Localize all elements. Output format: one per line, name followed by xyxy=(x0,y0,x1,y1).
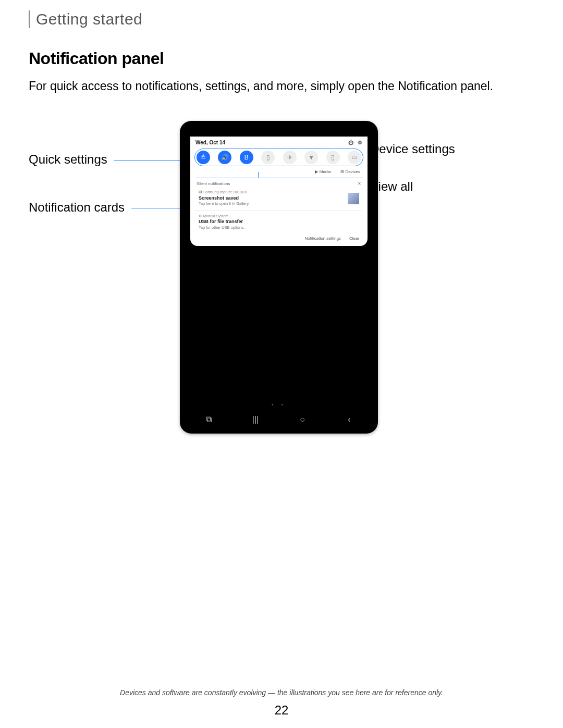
clear-button[interactable]: Clear xyxy=(349,236,359,241)
devices-button[interactable]: ⊞ Devices xyxy=(340,169,360,174)
sound-icon[interactable]: 🔊 xyxy=(218,151,231,164)
battery-icon[interactable]: ▯ xyxy=(326,151,340,164)
notification-card[interactable]: 🖼 Samsung capture 10/13/20 Screenshot sa… xyxy=(195,188,362,209)
panel-date: Wed, Oct 14 xyxy=(195,140,225,145)
callout-notification-cards: Notification cards xyxy=(29,200,125,215)
breadcrumb: Getting started xyxy=(29,10,534,28)
callout-device-settings: Device settings xyxy=(370,142,455,156)
airplane-icon[interactable]: ✈ xyxy=(283,151,297,164)
thumbnail xyxy=(348,193,359,204)
page-number: 22 xyxy=(0,703,563,718)
close-icon[interactable]: ✕ xyxy=(358,181,361,186)
intro-text: For quick access to notifications, setti… xyxy=(29,78,534,95)
panel-footer: Notification settings Clear xyxy=(190,234,368,242)
power-icon[interactable]: ⏻ xyxy=(348,140,353,145)
notification-card[interactable]: ⚙ Android System USB for file transfer T… xyxy=(195,212,362,233)
rotate-icon[interactable]: ▯ xyxy=(261,151,275,164)
bluetooth-icon[interactable]: B xyxy=(240,151,253,164)
android-navbar: ⧉ ||| ○ ‹ xyxy=(185,415,373,424)
screenshot-icon[interactable]: ▭ xyxy=(348,151,361,164)
back-icon[interactable]: ‹ xyxy=(345,415,353,424)
callout-quick-settings: Quick settings xyxy=(29,152,107,167)
screenshot-nav-icon[interactable]: ⧉ xyxy=(204,415,213,424)
recents-icon[interactable]: ||| xyxy=(251,415,260,424)
quick-settings-row: ≙🔊B▯✈▼▯▭ xyxy=(194,149,363,166)
tablet-frame: Wed, Oct 14 ⏻ ⚙ ≙🔊B▯✈▼▯▭ ▶ Media ⊞ Devic… xyxy=(180,121,378,434)
silent-section: Silent notifications ✕ xyxy=(190,180,368,187)
view-all-row: ▶ Media ⊞ Devices xyxy=(190,168,368,175)
figure: Quick settings Notification cards Device… xyxy=(29,121,534,465)
page-indicator: • • xyxy=(185,402,373,408)
notification-settings-link[interactable]: Notification settings xyxy=(305,236,341,241)
flashlight-icon[interactable]: ▼ xyxy=(304,151,318,164)
android-icon: ⚙ Android System xyxy=(199,214,359,219)
notification-panel: Wed, Oct 14 ⏻ ⚙ ≙🔊B▯✈▼▯▭ ▶ Media ⊞ Devic… xyxy=(190,137,368,246)
tablet-screen: Wed, Oct 14 ⏻ ⚙ ≙🔊B▯✈▼▯▭ ▶ Media ⊞ Devic… xyxy=(185,137,373,428)
breadcrumb-text: Getting started xyxy=(36,10,534,28)
view-all-underline xyxy=(195,175,362,178)
gear-icon[interactable]: ⚙ xyxy=(358,140,362,145)
panel-header: Wed, Oct 14 ⏻ ⚙ xyxy=(190,137,368,147)
home-icon[interactable]: ○ xyxy=(298,415,307,424)
wifi-icon[interactable]: ≙ xyxy=(197,151,210,164)
image-icon: 🖼 Samsung capture 10/13/20 xyxy=(199,190,249,195)
divider xyxy=(195,211,362,211)
footer-note: Devices and software are constantly evol… xyxy=(0,688,563,697)
media-button[interactable]: ▶ Media xyxy=(315,169,331,174)
page-title: Notification panel xyxy=(29,49,534,68)
